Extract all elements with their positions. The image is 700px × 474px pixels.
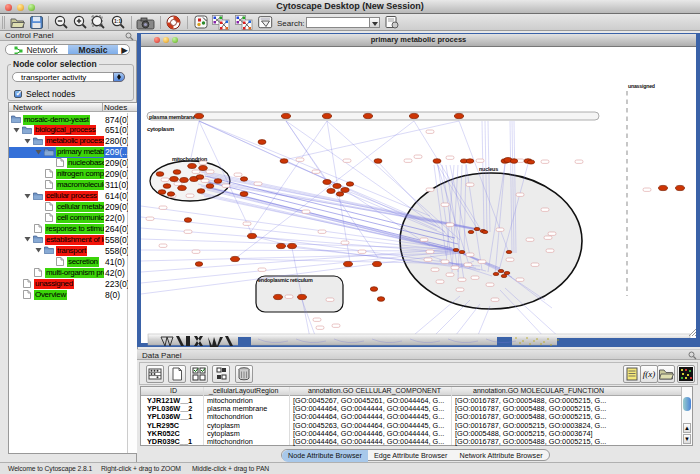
svg-text:unassigned: unassigned <box>628 83 655 89</box>
svg-text:plasma membrane: plasma membrane <box>149 114 195 120</box>
svg-text:1:1: 1:1 <box>114 18 121 24</box>
svg-text:cytoplasm: cytoplasm <box>147 126 174 132</box>
svg-text:endoplasmic reticulum: endoplasmic reticulum <box>258 277 313 283</box>
